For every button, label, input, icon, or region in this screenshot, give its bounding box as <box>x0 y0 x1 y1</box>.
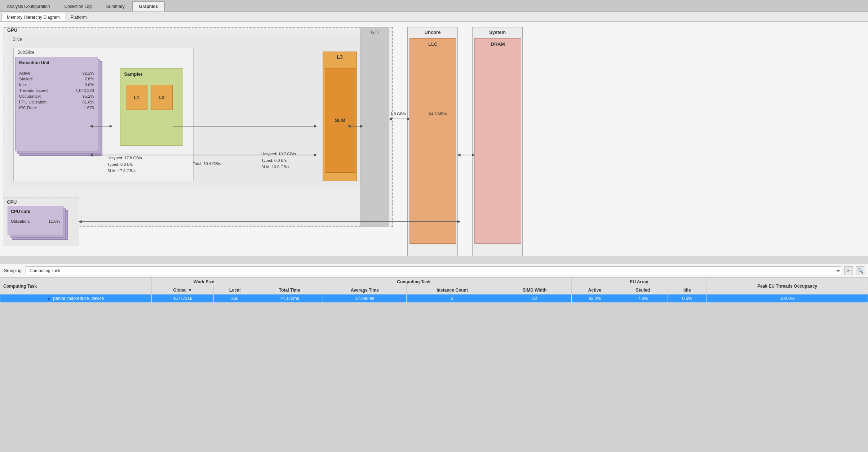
eu-stat-active: Active: 92.2% <box>15 70 98 76</box>
table-wrapper: Computing Task Work Size Computing Task … <box>0 278 868 303</box>
slm-box: SLM <box>325 68 355 173</box>
th-computing-task: Computing Task <box>0 278 152 294</box>
subslice-box: SubSlice Execution Unit Active: 92.2% St… <box>13 48 194 181</box>
l3-label: L3 <box>323 52 356 61</box>
subslice-label: SubSlice <box>17 50 34 55</box>
eu-stat-stalled: Stalled: 7.8% <box>15 76 98 82</box>
eu-stat-threads: Threads Issued: 1,042,323 <box>15 88 98 93</box>
data-table: Computing Task Work Size Computing Task … <box>0 278 868 303</box>
th-eu-array-group: EU Array <box>571 278 707 286</box>
dram-box: DRAM <box>474 38 521 244</box>
diagram-area: GPU Slice SubSlice Execution Unit Active… <box>0 22 868 256</box>
cpu-core-box: CPU core Utilization: 11.6% <box>8 206 63 235</box>
gpu-label: GPU <box>7 27 17 33</box>
search-button[interactable]: 🔍 <box>856 266 864 275</box>
eu-box: Execution Unit Active: 92.2% Stalled: 7.… <box>15 57 98 151</box>
eu-box-label: Execution Unit <box>15 57 98 67</box>
cell-local: 256 <box>214 294 256 303</box>
gpu-box: GPU Slice SubSlice Execution Unit Active… <box>4 27 393 227</box>
subtab-platform[interactable]: Platform <box>65 13 92 21</box>
tab-summary[interactable]: Summary <box>99 1 131 12</box>
bw-llc-dram: 64.3 MB/s <box>429 112 447 116</box>
th-peak-eu: Peak EU Threads Occupancy <box>707 278 868 294</box>
llc-label: LLC <box>410 39 456 50</box>
th-eu-stalled: Stalled <box>618 286 668 294</box>
cell-eu-idle: 0.0% <box>668 294 707 303</box>
task-name-text: partial_mapreduce_device <box>53 296 104 301</box>
cpu-label: CPU <box>7 199 17 205</box>
th-local: Local <box>214 286 256 294</box>
grouping-select[interactable]: Computing Task <box>26 266 841 275</box>
tab-analysis[interactable]: Analysis Configuration <box>0 1 57 12</box>
eu-stat-occupancy: Occupancy: 95.2% <box>15 93 98 99</box>
cell-peak-eu: 100.0% <box>707 294 868 303</box>
bw-l3: Untyped: 10.7 GB/s Typed: 0.0 B/s SLM: 1… <box>261 151 296 170</box>
cell-simd-width: 32 <box>498 294 571 303</box>
sampler-label: Sampler <box>120 68 183 79</box>
cpu-utilization: Utilization: 11.6% <box>8 219 63 223</box>
system-box: System DRAM <box>472 27 523 256</box>
table-row[interactable]: ▶ partial_mapreduce_device 16777216 256 … <box>0 294 868 303</box>
eu-stat-idle: Idle: 0.0% <box>15 82 98 88</box>
cell-eu-stalled: 7.8% <box>618 294 668 303</box>
l1-box: L1 <box>126 85 147 110</box>
uncore-label: Uncore <box>408 27 457 37</box>
th-simd-width: SIMD Width <box>498 286 571 294</box>
l3-box: L3 SLM <box>323 52 357 181</box>
tab-collection[interactable]: Collection Log <box>57 1 98 12</box>
system-label: System <box>473 27 522 37</box>
bottom-panel: Grouping: Computing Task ✂ 🔍 Computing T… <box>0 264 868 303</box>
th-instance-count: Instance Count <box>407 286 498 294</box>
gti-label: GTI <box>361 27 389 37</box>
cpu-core-label: CPU core <box>8 206 63 216</box>
th-eu-idle: Idle <box>668 286 707 294</box>
cpu-box: CPU CPU core Utilization: 11.6% <box>4 198 79 246</box>
bw-eu-sampler: Untyped: 17.8 GB/s Typed: 0.0 B/s SLM: 1… <box>107 155 142 174</box>
gti-box: GTI <box>360 27 389 227</box>
eu-stat-ipc: IPC Rate: 1.676 <box>15 105 98 111</box>
th-total-time: Total Time <box>256 286 323 294</box>
bw-total: Total: 30.4 GB/s <box>193 161 221 166</box>
slice-box: Slice SubSlice Execution Unit Active: 92… <box>9 35 384 186</box>
divider-dots: · · · · · <box>0 256 868 264</box>
th-eu-active: Active <box>571 286 618 294</box>
bw-gti-llc: 1.8 GB/s <box>390 112 406 116</box>
tab-bar: Analysis Configuration Collection Log Su… <box>0 0 868 12</box>
th-computing-task-group: Computing Task <box>256 278 571 286</box>
sampler-box: Sampler L1 L2 <box>120 68 183 146</box>
subtab-memory[interactable]: Memory Hierarchy Diagram <box>1 13 65 21</box>
th-global[interactable]: Global ▼ <box>152 286 214 294</box>
llc-box: LLC <box>409 38 456 244</box>
l2-box: L2 <box>151 85 173 110</box>
slice-label: Slice <box>13 37 22 42</box>
uncore-box: Uncore LLC <box>407 27 458 256</box>
cell-avg-time: 37.086ms <box>323 294 407 303</box>
subtab-bar: Memory Hierarchy Diagram Platform <box>0 12 868 22</box>
eu-stat-fpu: FPU Utilization: 61.8% <box>15 99 98 105</box>
scissors-button[interactable]: ✂ <box>844 266 853 275</box>
cell-instance-count: 2 <box>407 294 498 303</box>
dram-label: DRAM <box>475 39 521 50</box>
play-icon: ▶ <box>48 297 51 301</box>
th-avg-time: Average Time <box>323 286 407 294</box>
cell-global: 16777216 <box>152 294 214 303</box>
tab-graphics[interactable]: Graphics <box>132 1 165 12</box>
cell-total-time: 74.172ms <box>256 294 323 303</box>
grouping-label: Grouping: <box>4 268 23 273</box>
cell-eu-active: 92.2% <box>571 294 618 303</box>
cell-task-name[interactable]: ▶ partial_mapreduce_device <box>0 294 152 303</box>
th-work-size-group: Work Size <box>152 278 256 286</box>
grouping-bar: Grouping: Computing Task ✂ 🔍 <box>0 264 868 278</box>
